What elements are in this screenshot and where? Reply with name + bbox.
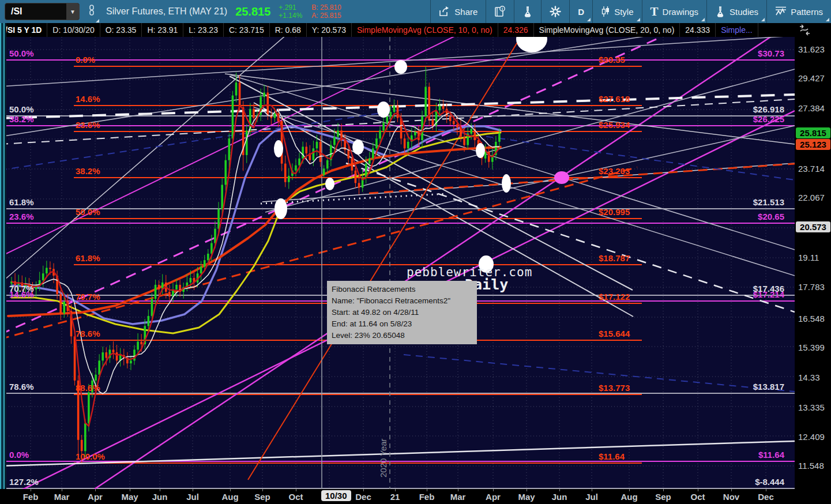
price-tick: 31.623 xyxy=(798,44,825,54)
time-tick: Jun xyxy=(552,492,567,502)
fib-tooltip-start: Start: at 49.82 on 4/28/11 xyxy=(332,307,472,318)
time-tick: Apr xyxy=(486,492,501,502)
fib-tooltip: Fibonacci Retracements Name: "Fibonacci … xyxy=(327,281,477,344)
ohlc-low: L: 23.23 xyxy=(183,23,224,37)
timeframe-button[interactable]: D xyxy=(570,0,592,23)
time-tick: May xyxy=(518,492,535,502)
crosshair-y-value: Y: 20.573 xyxy=(307,23,352,37)
svg-text:0.0%: 0.0% xyxy=(9,450,29,460)
time-tick: Sep xyxy=(655,492,671,502)
submenu-caret xyxy=(826,18,829,21)
svg-text:$18.787: $18.787 xyxy=(599,253,630,263)
svg-text:$26.918: $26.918 xyxy=(753,104,784,114)
bid-value: B: 25.810 xyxy=(311,3,341,12)
svg-text:2020 Year: 2020 Year xyxy=(378,438,388,477)
svg-text:70.7%: 70.7% xyxy=(9,284,34,294)
time-tick: 21 xyxy=(390,492,400,502)
time-tick: Sep xyxy=(254,492,270,502)
trading-platform-window: /SI ▼ Silver Futures, ETH (MAY 21) 25.81… xyxy=(0,0,831,504)
legend-sma10-value: 24.326 xyxy=(498,23,534,37)
svg-text:50.0%: 50.0% xyxy=(9,104,34,114)
candlestick-icon xyxy=(601,6,610,17)
ohlc-range: R: 0.68 xyxy=(270,23,307,37)
price-axis[interactable]: 31.62329.42727.38423.71422.06719.1117.78… xyxy=(795,37,831,489)
ohlc-open: O: 23.35 xyxy=(100,23,142,37)
time-tick: Dec xyxy=(758,492,774,502)
patterns-button[interactable]: Patterns xyxy=(767,0,831,23)
instrument-title: Silver Futures, ETH (MAY 21) xyxy=(106,6,227,17)
svg-text:$15.644: $15.644 xyxy=(599,329,630,338)
submenu-caret xyxy=(587,18,591,21)
price-tick: 17.783 xyxy=(798,282,825,292)
bid-ask: B: 25.810 A: 25.815 xyxy=(311,3,341,20)
left-panel-divider[interactable] xyxy=(0,23,6,489)
price-tick: 11.548 xyxy=(798,461,824,471)
analysis-button[interactable] xyxy=(514,0,541,23)
last-price: 25.815 xyxy=(235,5,270,18)
price-tick: 12.409 xyxy=(798,432,825,442)
svg-text:$27.618: $27.618 xyxy=(599,94,630,104)
price-tick: 23.714 xyxy=(798,164,825,174)
main-toolbar: /SI ▼ Silver Futures, ETH (MAY 21) 25.81… xyxy=(0,0,831,23)
timeframe-label: D xyxy=(578,7,584,17)
legend-more[interactable]: Simple... xyxy=(716,23,758,37)
auto-scale-icon[interactable] xyxy=(798,24,812,37)
svg-text:$23.203: $23.203 xyxy=(599,166,630,176)
chain-link-icon xyxy=(88,4,96,17)
fib-tooltip-name: Name: "Fibonacci Retracements2" xyxy=(332,295,472,307)
notebook-info-icon: i xyxy=(494,6,506,17)
link-button[interactable] xyxy=(85,3,98,20)
legend-sma10[interactable]: SimpleMovingAvg (CLOSE, 10, 0, no) xyxy=(352,23,498,37)
svg-text:38.2%: 38.2% xyxy=(9,114,34,124)
svg-text:14.6%: 14.6% xyxy=(76,94,100,104)
price-tick: 16.548 xyxy=(798,314,825,324)
svg-text:$17.122: $17.122 xyxy=(599,292,630,302)
submenu-caret xyxy=(761,18,765,21)
notes-button[interactable]: i xyxy=(486,0,514,23)
symbol-value: /SI xyxy=(11,6,22,17)
svg-text:50.0%: 50.0% xyxy=(76,207,100,217)
price-tick: 29.427 xyxy=(798,73,825,83)
time-tick: Aug xyxy=(221,492,238,502)
time-tick: Jun xyxy=(152,492,168,502)
patterns-label: Patterns xyxy=(791,7,823,17)
time-tick: Feb xyxy=(419,492,435,502)
legend-sma20[interactable]: SimpleMovingAvg (CLOSE, 20, 0, no) xyxy=(534,23,680,37)
svg-text:23.6%: 23.6% xyxy=(76,120,100,130)
patterns-icon xyxy=(775,6,787,17)
time-axis[interactable]: FebMarAprMayJunJulAugSepOctDec21FebMarAp… xyxy=(0,489,831,504)
time-tick: Mar xyxy=(54,492,70,502)
price-tick: 19.11 xyxy=(798,253,819,262)
crosshair-date-label: 10/30 xyxy=(321,490,351,501)
share-label: Share xyxy=(454,7,477,17)
style-label: Style xyxy=(614,7,633,17)
chart-area[interactable]: 2020 Year0.0%$30.3514.6%$27.61823.6%$25.… xyxy=(0,37,795,489)
svg-text:61.8%: 61.8% xyxy=(76,253,100,263)
studies-button[interactable]: Studies xyxy=(707,0,766,23)
settings-button[interactable] xyxy=(542,0,569,23)
price-change: +.291 +1.14% xyxy=(279,3,302,20)
svg-text:$20.65: $20.65 xyxy=(758,212,784,221)
symbol-input[interactable]: /SI ▼ xyxy=(5,3,80,20)
time-tick: Nov xyxy=(723,492,739,502)
submenu-caret xyxy=(637,18,640,21)
price-tick: 13.335 xyxy=(798,403,825,412)
svg-text:$30.73: $30.73 xyxy=(758,48,784,58)
drawings-t-icon: T xyxy=(650,5,659,19)
time-tick: May xyxy=(121,492,138,502)
submenu-caret xyxy=(701,18,705,21)
share-button[interactable]: Share xyxy=(431,0,486,23)
svg-text:$30.35: $30.35 xyxy=(599,55,625,65)
chart-svg[interactable]: 2020 Year0.0%$30.3514.6%$27.61823.6%$25.… xyxy=(0,37,795,489)
flask-icon xyxy=(522,6,533,17)
style-button[interactable]: Style xyxy=(593,0,641,23)
symbol-dropdown-caret[interactable]: ▼ xyxy=(66,3,79,20)
svg-text:$21.513: $21.513 xyxy=(753,197,784,207)
drawings-button[interactable]: T Drawings xyxy=(642,0,707,23)
time-tick: Apr xyxy=(88,492,103,502)
time-tick: Aug xyxy=(621,492,637,502)
ohlc-high: H: 23.91 xyxy=(142,23,183,37)
price-tick: 27.384 xyxy=(798,103,825,113)
svg-text:50.0%: 50.0% xyxy=(9,48,34,58)
svg-text:$11.64: $11.64 xyxy=(599,452,625,461)
